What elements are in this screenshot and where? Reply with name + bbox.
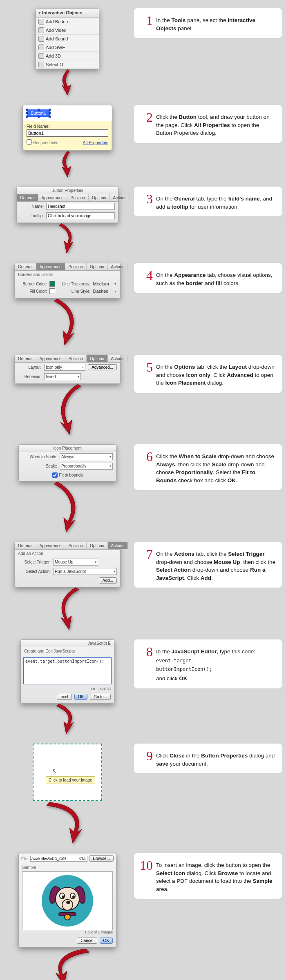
name-input[interactable] — [46, 203, 115, 210]
step-9: 9 Click Close in the Button Properties d… — [134, 744, 282, 773]
flow-arrow — [45, 297, 90, 346]
advanced-button[interactable]: Advanced... — [88, 364, 117, 370]
layout-select[interactable]: Icon only — [44, 364, 85, 371]
step-8: 8 In the JavaScript Editor, type this co… — [134, 639, 282, 688]
select-trigger[interactable]: Mouse Up — [53, 559, 98, 566]
flow-arrow — [53, 67, 82, 96]
button-placeholder[interactable]: ↖ Click to load your image — [33, 744, 102, 801]
cancel-button[interactable]: Cancel — [77, 938, 97, 944]
behavior-select[interactable]: Invert — [44, 373, 81, 380]
step-text: In the Tools pane, select the Interactiv… — [156, 14, 275, 32]
flow-arrow — [45, 480, 90, 533]
button-properties-actions: General Appearance Position Options Acti… — [14, 542, 121, 587]
icon-placement-dialog: Icon Placement When to Scale:Always Scal… — [18, 444, 116, 481]
field-name-label: Field Name: — [27, 124, 108, 129]
ok-button[interactable]: OK — [74, 694, 87, 700]
flow-arrow — [53, 149, 82, 178]
flow-arrow — [51, 221, 84, 254]
sample-image — [42, 875, 93, 927]
code-area[interactable]: event.target.buttonImportIcon(); — [23, 657, 112, 684]
cursor-icon: ↖ — [52, 767, 57, 775]
file-path-input[interactable] — [30, 856, 87, 862]
button-properties-options: General Appearance Position Options Acti… — [14, 355, 121, 384]
tab-position[interactable]: Position — [67, 194, 89, 201]
when-to-scale-select[interactable]: Always — [60, 453, 113, 460]
select-action[interactable]: Run a JavaScript — [53, 568, 117, 575]
flow-arrow — [47, 586, 88, 630]
tabs: General Appearance Position Options Acti… — [17, 194, 118, 202]
border-color-swatch[interactable] — [49, 281, 55, 287]
javascript-editor: JavaScript E Create and Edit JavaScripts… — [20, 639, 114, 704]
field-name-input[interactable] — [27, 129, 108, 137]
add-button[interactable]: Add... — [99, 577, 117, 584]
tab-appearance[interactable]: Appearance — [36, 263, 65, 270]
step-1: 1 In the Tools pane, select the Interact… — [134, 8, 282, 38]
tool-item[interactable]: Add 3D — [36, 51, 99, 60]
ok-button[interactable]: OK — [100, 938, 113, 944]
select-icon-dialog: File: Browse... Sample 1 out of 1 images — [18, 853, 116, 947]
line-style-select[interactable]: Dashed — [93, 289, 116, 294]
all-properties-link[interactable]: All Properties — [83, 140, 108, 145]
tab-actions[interactable]: Actions — [110, 194, 130, 201]
flow-arrow — [41, 799, 94, 844]
tool-item[interactable]: Add Button — [36, 18, 99, 26]
step-10: 10 To insert an image, click the button … — [134, 853, 282, 899]
line-thickness-select[interactable]: Medium — [93, 281, 116, 286]
browse-button[interactable]: Browse... — [89, 855, 114, 862]
tab-actions[interactable]: Actions — [108, 542, 128, 549]
tab-options[interactable]: Options — [89, 194, 109, 201]
tools-panel: Interactive Objects Add Button Add Video… — [36, 8, 99, 69]
cancel-button[interactable]: ncel — [57, 694, 72, 700]
tooltip-input[interactable] — [46, 212, 115, 219]
button-properties-appearance: General Appearance Position Options Acti… — [14, 263, 121, 298]
field-card: Button1 Field Name: Required field All P… — [22, 105, 112, 151]
tools-panel-title[interactable]: Interactive Objects — [36, 9, 99, 18]
tab-general[interactable]: General — [17, 194, 38, 201]
tab-options[interactable]: Options — [87, 355, 107, 362]
selected-button[interactable]: Button1 — [27, 109, 50, 117]
flow-arrow — [49, 702, 86, 735]
tab-appearance[interactable]: Appearance — [38, 194, 67, 201]
tool-item[interactable]: Add Video — [36, 26, 99, 34]
step-4: 4 On the Appearance tab, choose visual o… — [134, 263, 282, 293]
tool-item[interactable]: Add Sound — [36, 34, 99, 43]
goto-button[interactable]: Go to... — [90, 694, 111, 700]
step-2: 2 Click the Button tool, and draw your b… — [134, 105, 282, 143]
flow-arrow — [45, 382, 90, 435]
step-3: 3 On the General tab, type the field's n… — [134, 187, 282, 216]
button-properties-general: Button Properties General Appearance Pos… — [16, 187, 118, 223]
step-5: 5 On the Options tab, click the Layout d… — [134, 355, 282, 393]
flow-arrow — [41, 946, 94, 980]
scale-select[interactable]: Proportionally — [60, 463, 113, 470]
fill-color-swatch[interactable] — [49, 288, 55, 294]
tool-item[interactable]: Add SWF — [36, 43, 99, 51]
required-checkbox[interactable]: Required field — [27, 139, 58, 145]
tooltip: Click to load your image — [46, 776, 95, 784]
step-6: 6 Click the When to Scale drop-down and … — [134, 444, 282, 490]
step-7: 7 On the Actions tab, click the Select T… — [134, 542, 282, 588]
